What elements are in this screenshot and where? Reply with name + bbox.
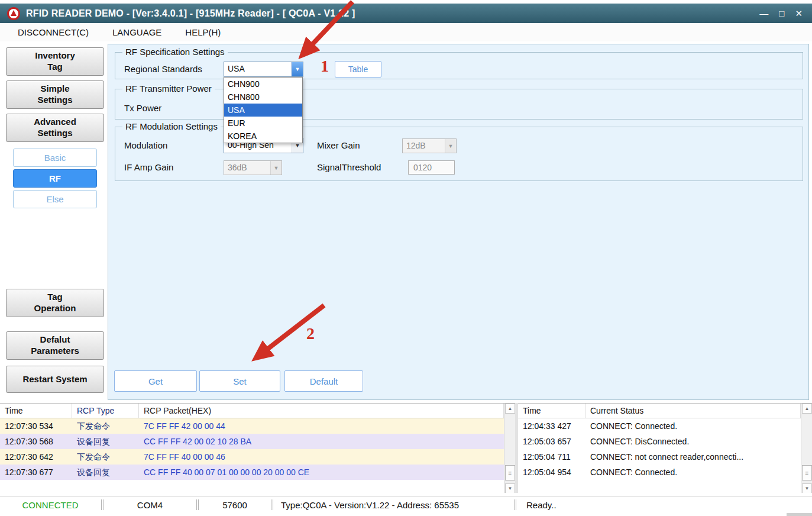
com-port: COM4 xyxy=(104,500,196,510)
dropdown-option[interactable]: EUR xyxy=(224,117,302,130)
annotation-number-1: 1 xyxy=(321,57,329,76)
scrollbar-thumb[interactable]: ≡ xyxy=(505,465,515,480)
group-rf-specification: RF Specification Settings xyxy=(115,52,803,79)
column-header-time: Time xyxy=(518,404,585,418)
sidebar-item-advanced-settings[interactable]: Advanced Settings xyxy=(6,114,104,142)
scrollbar-thumb[interactable]: ≡ xyxy=(802,465,812,480)
status-log-panel: Time Current Status 12:04:33 427 CONNECT… xyxy=(518,403,812,493)
sidebar-item-default-parameters[interactable]: Defalut Parameters xyxy=(6,331,104,360)
rcp-log-header: Time RCP Type RCP Packet(HEX) xyxy=(0,404,504,418)
rcp-row[interactable]: 12:07:30 677 设备回复 CC FF FF 40 00 07 01 0… xyxy=(0,465,504,480)
statusbar-separator xyxy=(514,499,516,510)
cell-time: 12:07:30 642 xyxy=(0,449,72,465)
group-title: RF Transmitter Power xyxy=(122,83,215,93)
connection-status: CONNECTED xyxy=(0,500,101,510)
cell-rcp-packet: CC FF FF 40 00 07 01 00 00 00 20 00 00 C… xyxy=(139,465,504,480)
rcp-log-scrollbar[interactable]: ▲ ≡ ▼ xyxy=(504,404,515,493)
regional-standards-combo[interactable]: USA ▼ xyxy=(224,62,303,77)
title-bar: RFID READER DEMO - [Ver:3.4.0.1] - [915M… xyxy=(0,4,812,23)
regional-standards-label: Regional Standards xyxy=(124,62,202,77)
cell-status: CONNECT: Connected. xyxy=(585,418,801,434)
status-row[interactable]: 12:04:33 427 CONNECT: Connected. xyxy=(518,418,801,434)
modulation-label: Modulation xyxy=(124,138,167,153)
cell-rcp-type: 设备回复 xyxy=(72,465,139,480)
cell-rcp-packet: 7C FF FF 40 00 00 46 xyxy=(139,449,504,465)
sidebar-item-tag-operation[interactable]: Tag Operation xyxy=(6,289,104,317)
rcp-row[interactable]: 12:07:30 534 下发命令 7C FF FF 42 00 00 44 xyxy=(0,418,504,434)
cell-time: 12:07:30 568 xyxy=(0,434,72,449)
window-title: RFID READER DEMO - [Ver:3.4.0.1] - [915M… xyxy=(26,8,355,19)
get-button[interactable]: Get xyxy=(114,370,197,392)
rcp-row[interactable]: 12:07:30 568 设备回复 CC FF FF 42 00 02 10 2… xyxy=(0,434,504,449)
cell-time: 12:05:04 954 xyxy=(518,465,585,480)
if-amp-gain-value: 36dB xyxy=(224,161,270,175)
chevron-down-icon[interactable]: ▼ xyxy=(292,62,303,76)
sidebar-item-else[interactable]: Else xyxy=(13,190,97,208)
table-button[interactable]: Table xyxy=(335,61,381,78)
group-title: RF Specification Settings xyxy=(122,47,228,57)
maximize-button[interactable]: □ xyxy=(779,8,784,18)
minimize-button[interactable]: — xyxy=(759,8,768,18)
menu-help[interactable]: HELP(H) xyxy=(173,27,232,37)
cell-rcp-packet: 7C FF FF 42 00 00 44 xyxy=(139,418,504,434)
dropdown-option[interactable]: USA xyxy=(224,104,302,117)
set-button[interactable]: Set xyxy=(199,370,280,392)
column-header-current-status: Current Status xyxy=(585,404,801,418)
status-row[interactable]: 12:05:04 954 CONNECT: Connected. xyxy=(518,465,801,480)
cell-rcp-type: 下发命令 xyxy=(72,418,139,434)
chevron-down-icon: ▼ xyxy=(270,161,282,175)
scroll-down-icon[interactable]: ▼ xyxy=(802,483,812,493)
dropdown-option[interactable]: CHN800 xyxy=(224,91,302,104)
cell-time: 12:05:03 657 xyxy=(518,434,585,449)
sidebar-item-basic[interactable]: Basic xyxy=(13,149,97,167)
column-header-rcp-type: RCP Type xyxy=(72,404,139,418)
signal-threshold-input[interactable]: 0120 xyxy=(408,160,455,175)
statusbar-separator xyxy=(196,499,199,510)
annotation-number-2: 2 xyxy=(306,324,315,343)
sidebar-item-inventory-tag[interactable]: Inventory Tag xyxy=(6,47,104,76)
menu-language[interactable]: LANGUAGE xyxy=(101,27,173,37)
status-log-header: Time Current Status xyxy=(518,404,801,418)
column-header-rcp-packet: RCP Packet(HEX) xyxy=(139,404,504,418)
scroll-down-icon[interactable]: ▼ xyxy=(505,483,515,493)
cell-rcp-type: 下发命令 xyxy=(72,449,139,465)
sidebar-item-simple-settings[interactable]: Simple Settings xyxy=(6,80,104,109)
close-button[interactable]: ✕ xyxy=(795,8,803,19)
cell-status: CONNECT: Connected. xyxy=(585,465,801,480)
chevron-down-icon: ▼ xyxy=(445,139,456,153)
signal-threshold-label: SignalThreshold xyxy=(317,160,381,175)
cell-time: 12:04:33 427 xyxy=(518,418,585,434)
regional-standards-dropdown-list: CHN900 CHN800 USA EUR KOREA xyxy=(224,77,303,143)
group-rf-modulation: RF Modulation Settings xyxy=(115,127,803,181)
status-log-scrollbar[interactable]: ▲ ≡ ▼ xyxy=(801,404,812,493)
status-row[interactable]: 12:05:03 657 CONNECT: DisConnected. xyxy=(518,434,801,449)
mixer-gain-combo[interactable]: 12dB ▼ xyxy=(402,138,457,153)
mixer-gain-label: Mixer Gain xyxy=(317,138,360,153)
status-row[interactable]: 12:05:04 711 CONNECT: not connect reader… xyxy=(518,449,801,465)
rcp-row[interactable]: 12:07:30 642 下发命令 7C FF FF 40 00 00 46 xyxy=(0,449,504,465)
sidebar-item-restart-system[interactable]: Restart System xyxy=(6,366,104,393)
statusbar-separator xyxy=(271,499,273,510)
app-logo-icon xyxy=(7,7,20,20)
cell-status: CONNECT: not connect reader,connecti... xyxy=(585,449,801,465)
ready-status: Ready.. xyxy=(517,500,812,510)
rcp-log-panel: Time RCP Type RCP Packet(HEX) 12:07:30 5… xyxy=(0,403,515,493)
sidebar-item-rf[interactable]: RF xyxy=(13,169,97,188)
column-header-time: Time xyxy=(0,404,72,418)
default-button[interactable]: Default xyxy=(284,370,363,392)
scroll-up-icon[interactable]: ▲ xyxy=(802,404,812,414)
if-amp-gain-combo[interactable]: 36dB ▼ xyxy=(224,160,282,175)
dropdown-option[interactable]: CHN900 xyxy=(224,78,302,91)
baud-rate: 57600 xyxy=(199,500,270,510)
app-window: RFID READER DEMO - [Ver:3.4.0.1] - [915M… xyxy=(0,0,812,516)
cell-time: 12:07:30 534 xyxy=(0,418,72,434)
device-info: Type:QC0A - Version:V1.22 - Address: 655… xyxy=(274,500,513,510)
cell-time: 12:07:30 677 xyxy=(0,465,72,480)
cell-rcp-packet: CC FF FF 42 00 02 10 28 BA xyxy=(139,434,504,449)
menu-disconnect[interactable]: DISCONNECT(C) xyxy=(6,27,101,37)
regional-standards-value: USA xyxy=(224,62,292,76)
scroll-up-icon[interactable]: ▲ xyxy=(505,404,515,414)
cell-time: 12:05:04 711 xyxy=(518,449,585,465)
dropdown-option[interactable]: KOREA xyxy=(224,130,302,143)
cell-rcp-type: 设备回复 xyxy=(72,434,139,449)
